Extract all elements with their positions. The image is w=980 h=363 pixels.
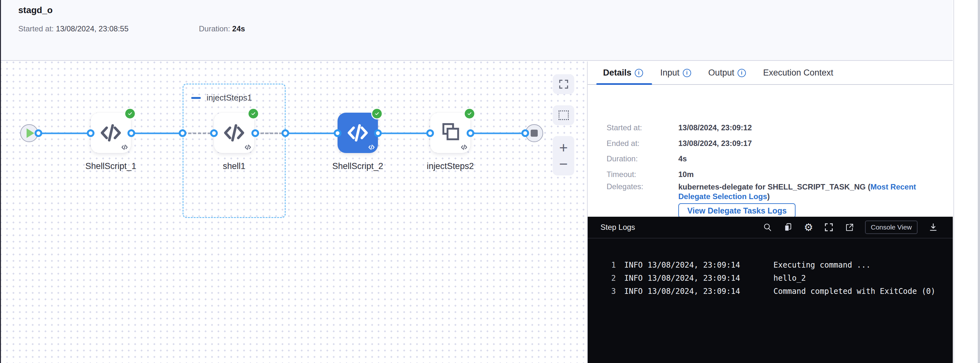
port[interactable] [179, 129, 186, 137]
check-icon [250, 110, 257, 117]
edge-injectsteps2-to-end [471, 133, 525, 134]
active-tab-indicator [596, 83, 652, 85]
info-icon[interactable]: i [635, 69, 643, 77]
edge-group-to-shellscript2 [285, 133, 337, 134]
node-label-shellscript-2[interactable]: ShellScript_2 [310, 161, 406, 171]
collapse-group-icon[interactable] [191, 97, 201, 99]
port[interactable] [374, 129, 382, 137]
code-icon [223, 121, 246, 144]
step-logs-panel: Step Logs ⚙ Console View 1 INFO 13/08/20… [588, 217, 953, 363]
tab-details[interactable]: Details i [603, 68, 643, 78]
step-group-label: injectSteps1 [207, 93, 252, 103]
info-icon[interactable]: i [738, 69, 746, 77]
edge-start-to-shellscript1 [38, 133, 91, 134]
stage-header: stagd_o Started at: 13/08/2024, 23:08:55… [1, 0, 953, 61]
port[interactable] [127, 129, 135, 137]
zoom-in-button[interactable]: + [559, 141, 568, 154]
node-shellscript-1[interactable] [91, 113, 131, 153]
zoom-out-button[interactable]: − [559, 157, 568, 170]
node-label-injectsteps2[interactable]: injectSteps2 [402, 161, 498, 171]
settings-icon[interactable]: ⚙ [804, 222, 813, 232]
step-logs-header: Step Logs ⚙ Console View [588, 217, 953, 238]
edge-group-to-shell1 [183, 133, 214, 134]
port[interactable] [251, 129, 259, 137]
delegate-text-suffix: ) [767, 192, 770, 201]
copy-icon[interactable] [783, 222, 793, 232]
collapsed-right-rail [953, 0, 980, 363]
code-corner-icon [368, 144, 375, 151]
stage-title: stagd_o [18, 5, 52, 15]
code-corner-icon [461, 144, 468, 151]
info-icon[interactable]: i [683, 69, 691, 77]
edge-shellscript1-to-group [131, 133, 183, 134]
port[interactable] [467, 129, 474, 137]
download-logs-icon[interactable] [928, 222, 938, 232]
details-tab-bar: Details i Input i Output i Execution Con… [588, 62, 953, 85]
code-icon [346, 121, 369, 144]
log-line: 3 INFO 13/08/2024, 23:09:14 Command comp… [588, 285, 953, 298]
canvas-zoom-control[interactable]: + − [553, 136, 574, 175]
code-corner-icon [244, 144, 251, 151]
search-icon[interactable] [763, 222, 772, 232]
port[interactable] [35, 129, 42, 137]
canvas-select-button[interactable] [553, 105, 574, 125]
success-badge [125, 109, 135, 119]
tab-output[interactable]: Output i [708, 68, 746, 78]
stage-started-at: Started at: 13/08/2024, 23:08:55 [18, 24, 129, 33]
step-logs-actions: ⚙ Console View [763, 220, 938, 234]
log-lines[interactable]: 1 INFO 13/08/2024, 23:09:14 Executing co… [588, 238, 953, 298]
expand-logs-icon[interactable] [824, 222, 834, 232]
check-icon [127, 110, 134, 117]
code-icon [99, 121, 123, 144]
detail-row-ended: Ended at:13/08/2024, 23:09:17 [606, 139, 752, 148]
step-logs-title: Step Logs [600, 223, 635, 232]
node-injectsteps2[interactable] [430, 113, 471, 153]
duration-label: Duration: [199, 24, 230, 33]
detail-row-timeout: Timeout:10m [606, 170, 694, 179]
port[interactable] [282, 129, 289, 137]
canvas-fit-view-button[interactable] [553, 74, 574, 94]
step-group-icon [439, 121, 462, 144]
view-delegate-tasks-logs-button[interactable]: View Delegate Tasks Logs [678, 203, 795, 218]
code-corner-icon [121, 144, 128, 151]
port[interactable] [87, 129, 94, 137]
check-icon [374, 110, 380, 117]
stop-icon [531, 130, 538, 137]
console-view-button[interactable]: Console View [865, 220, 918, 234]
log-line: 1 INFO 13/08/2024, 23:09:14 Executing co… [588, 258, 953, 271]
delegate-text: kubernetes-delegate for SHELL_SCRIPT_TAS… [678, 182, 870, 191]
stage-duration: Duration: 24s [199, 24, 245, 33]
started-value: 13/08/2024, 23:08:55 [56, 24, 129, 33]
marquee-selection-icon [558, 111, 569, 120]
edge-shell1-to-groupend [255, 133, 285, 134]
fullscreen-icon [558, 79, 569, 90]
play-icon [27, 128, 34, 138]
step-details-panel: Details i Input i Output i Execution Con… [588, 62, 953, 363]
port[interactable] [426, 129, 434, 137]
step-group-header[interactable]: injectSteps1 [191, 93, 252, 103]
duration-value: 24s [232, 24, 245, 33]
node-label-shell1[interactable]: shell1 [186, 161, 282, 171]
window-scrollbar[interactable] [978, 0, 980, 363]
success-badge [465, 109, 474, 119]
detail-row-delegates: Delegates:kubernetes-delegate for SHELL_… [606, 182, 935, 201]
detail-row-started: Started at:13/08/2024, 23:09:12 [606, 123, 752, 132]
tab-input[interactable]: Input i [660, 68, 691, 78]
pipeline-canvas[interactable]: injectSteps1 ShellScript_1 shell1 ShellS… [1, 62, 587, 363]
edge-shellscript2-to-injectsteps2 [378, 133, 430, 134]
success-badge [372, 109, 382, 119]
node-shell1[interactable] [214, 113, 254, 153]
node-shellscript-2-selected[interactable] [337, 113, 378, 153]
success-badge [248, 109, 258, 119]
check-icon [466, 110, 473, 117]
port[interactable] [210, 129, 218, 137]
log-line: 2 INFO 13/08/2024, 23:09:14 hello_2 [588, 271, 953, 285]
node-label-shellscript-1[interactable]: ShellScript_1 [63, 161, 159, 171]
started-label: Started at: [18, 24, 54, 33]
tab-execution-context[interactable]: Execution Context [763, 68, 833, 78]
open-in-new-icon[interactable] [845, 222, 854, 232]
port[interactable] [334, 129, 341, 137]
detail-row-duration: Duration:4s [606, 154, 687, 163]
port[interactable] [521, 129, 529, 137]
